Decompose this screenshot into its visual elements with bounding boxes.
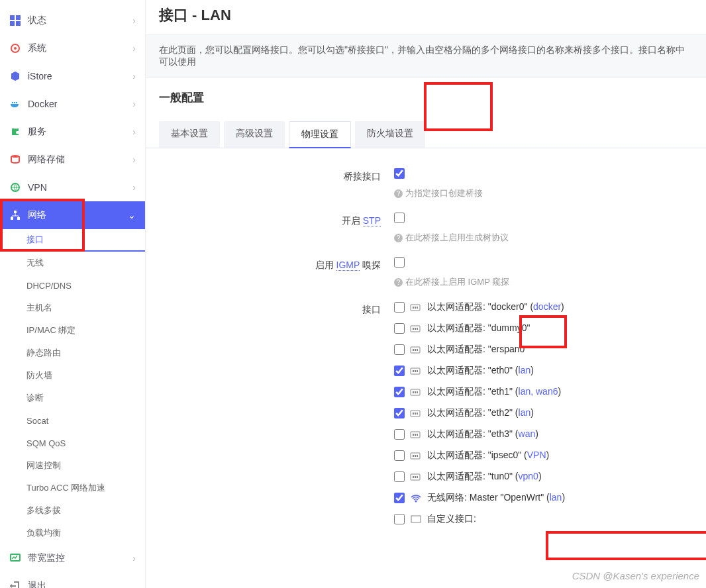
sub-firewall[interactable]: 防火墙 (0, 364, 145, 387)
nav-istore[interactable]: iStore › (0, 62, 145, 90)
chevron-right-icon: › (132, 43, 136, 54)
interface-checkbox[interactable] (394, 450, 405, 461)
svg-rect-48 (413, 476, 414, 478)
svg-rect-30 (417, 370, 418, 372)
interface-checkbox[interactable] (394, 366, 405, 376)
interface-checkbox[interactable] (394, 408, 405, 418)
interface-checkbox[interactable] (394, 387, 405, 397)
interface-link[interactable]: lan (550, 492, 562, 503)
ethernet-icon (410, 430, 422, 439)
svg-rect-52 (411, 516, 421, 522)
config-tabs: 基本设置 高级设置 物理设置 防火墙设置 (146, 108, 706, 148)
interface-label: 以太网适配器: "eth2" (lan) (427, 407, 534, 419)
svg-rect-28 (413, 370, 414, 372)
nav-nas[interactable]: 网络存储 › (0, 146, 145, 173)
svg-rect-21 (415, 328, 416, 330)
tab-basic[interactable]: 基本设置 (159, 121, 220, 148)
interface-label: 以太网适配器: "ipsec0" (VPN) (427, 450, 549, 462)
interface-row: 以太网适配器: "docker0" (docker) (394, 301, 693, 313)
svg-rect-29 (415, 370, 416, 372)
nav-label: VPN (28, 182, 47, 193)
sub-sqm[interactable]: SQM QoS (0, 432, 145, 454)
nav-system[interactable]: 系统 › (0, 34, 145, 62)
svg-rect-37 (415, 413, 416, 415)
sub-ipmac[interactable]: IP/MAC 绑定 (0, 319, 145, 342)
interface-link[interactable]: docker (533, 301, 561, 312)
chevron-down-icon: ⌄ (128, 210, 136, 220)
igmp-link[interactable]: IGMP (336, 260, 360, 271)
tab-advanced[interactable]: 高级设置 (224, 121, 285, 148)
interface-checkbox[interactable] (394, 429, 405, 440)
iface-label: 接口 (159, 301, 394, 317)
chevron-right-icon: › (132, 182, 136, 193)
interface-checkbox[interactable] (394, 302, 405, 313)
sub-dhcp[interactable]: DHCP/DNS (0, 274, 145, 297)
nav-status[interactable]: 状态 › (0, 7, 145, 34)
nav-network[interactable]: 网络 ⌄ (0, 201, 145, 229)
chevron-right-icon: › (132, 553, 136, 564)
interface-checkbox[interactable] (394, 514, 405, 524)
help-icon: ? (394, 278, 403, 287)
igmp-label: 启用 IGMP 嗅探 (159, 257, 394, 273)
bridge-label: 桥接接口 (159, 168, 394, 184)
interface-checkbox[interactable] (394, 344, 405, 355)
tab-physical[interactable]: 物理设置 (289, 121, 351, 148)
interface-label: 以太网适配器: "tun0" (vpn0) (427, 471, 542, 483)
interface-checkbox[interactable] (394, 323, 405, 334)
nav-label: 系统 (28, 42, 46, 54)
sub-turbo[interactable]: Turbo ACC 网络加速 (0, 477, 145, 499)
sub-interface[interactable]: 接口 (0, 229, 145, 252)
interface-link[interactable]: VPN (527, 450, 546, 460)
nav-label: Docker (28, 99, 57, 109)
interface-link[interactable]: lan, wan6 (519, 386, 558, 397)
interface-link[interactable]: vpn0 (519, 471, 538, 481)
svg-rect-3 (16, 21, 21, 26)
nav-service[interactable]: 服务 › (0, 118, 145, 146)
logout-icon (9, 580, 21, 588)
svg-rect-44 (413, 455, 414, 457)
interface-label: 以太网适配器: "eth1" (lan, wan6) (427, 386, 561, 398)
interface-link[interactable]: wan (519, 428, 536, 439)
svg-rect-46 (417, 455, 418, 457)
nav-bandwidth[interactable]: 带宽监控 › (0, 544, 145, 572)
interface-link[interactable]: lan (519, 407, 531, 418)
sidebar: 状态 › 系统 › iStore › Docker › 服务 › 网络存储 › (0, 0, 146, 588)
help-icon: ? (394, 234, 403, 242)
interface-label: 以太网适配器: "eth3" (wan) (427, 428, 538, 440)
nav-docker[interactable]: Docker › (0, 90, 145, 118)
ethernet-icon (410, 472, 422, 481)
bridge-checkbox[interactable] (394, 168, 405, 179)
svg-rect-26 (417, 349, 418, 351)
interface-row: 以太网适配器: "eth2" (lan) (394, 407, 693, 419)
sub-socat[interactable]: Socat (0, 409, 145, 432)
sub-staticroute[interactable]: 静态路由 (0, 342, 145, 364)
nav-vpn[interactable]: VPN › (0, 173, 145, 201)
sub-wireless[interactable]: 无线 (0, 252, 145, 274)
gear-icon (9, 42, 21, 54)
sub-mwan[interactable]: 多线多拨 (0, 499, 145, 522)
sub-speedlimit[interactable]: 网速控制 (0, 454, 145, 477)
sub-diag[interactable]: 诊断 (0, 387, 145, 409)
interface-link[interactable]: lan (519, 365, 531, 375)
svg-rect-16 (413, 307, 414, 309)
ethernet-icon (410, 303, 422, 312)
interface-label: 以太网适配器: "docker0" (docker) (427, 301, 564, 313)
svg-rect-50 (417, 476, 418, 478)
nav-logout[interactable]: 退出 (0, 572, 145, 588)
interface-row: 以太网适配器: "dummy0" (394, 322, 693, 334)
stp-checkbox[interactable] (394, 213, 405, 223)
sub-hostname[interactable]: 主机名 (0, 297, 145, 319)
stp-link[interactable]: STP (363, 215, 381, 226)
interface-row: 以太网适配器: "eth0" (lan) (394, 365, 693, 377)
interface-checkbox[interactable] (394, 493, 405, 503)
svg-rect-18 (417, 307, 418, 309)
tab-firewall[interactable]: 防火墙设置 (355, 121, 425, 148)
interface-checkbox[interactable] (394, 471, 405, 482)
svg-rect-8 (16, 102, 17, 103)
svg-rect-40 (413, 434, 414, 436)
bridge-help: ?为指定接口创建桥接 (394, 187, 693, 199)
igmp-help: ?在此桥接上启用 IGMP 窥探 (394, 276, 693, 288)
igmp-checkbox[interactable] (394, 257, 405, 268)
interface-label: 无线网络: Master "OpenWrt" (lan) (427, 492, 565, 504)
sub-loadbalance[interactable]: 负载均衡 (0, 522, 145, 544)
